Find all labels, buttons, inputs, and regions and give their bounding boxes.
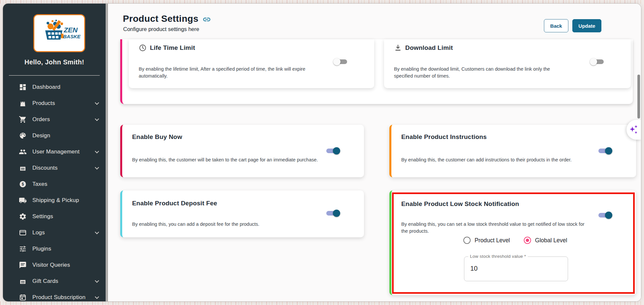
sidebar-item-user-management[interactable]: User Management xyxy=(3,144,106,160)
chevron-down-icon xyxy=(95,294,99,299)
discounts-icon xyxy=(19,164,27,172)
taxes-icon: $ xyxy=(19,180,27,188)
chevron-down-icon xyxy=(95,278,99,283)
low-stock-toggle[interactable] xyxy=(597,211,612,220)
queries-icon xyxy=(19,261,27,269)
chevron-down-icon xyxy=(95,230,99,234)
sidebar-item-taxes[interactable]: $Taxes xyxy=(3,176,106,192)
buy-now-card: Enable Buy Now By enabling this, the cus… xyxy=(120,125,364,177)
radio-global-level[interactable]: Global Level xyxy=(524,237,567,244)
downloadable-settings-panel: Life Time Limit By enabling the lifetime… xyxy=(120,39,633,104)
download-limit-toggle[interactable] xyxy=(590,57,605,66)
settings-icon xyxy=(19,213,27,220)
threshold-input-label: Low stock threshold value * xyxy=(468,254,528,259)
threshold-input-value: 10 xyxy=(470,265,478,272)
card-description: By enabling the lifetime limit, After a … xyxy=(139,66,334,80)
product-instructions-toggle[interactable] xyxy=(597,147,612,155)
logo-text-basket: BASKET xyxy=(63,34,81,39)
card-title: Download Limit xyxy=(405,44,453,51)
sidebar-item-label: Shipping & Pickup xyxy=(32,197,79,203)
sidebar-item-shipping-pickup[interactable]: Shipping & Pickup xyxy=(3,192,106,208)
sidebar-item-label: Settings xyxy=(32,213,53,220)
sidebar-item-discounts[interactable]: Discounts xyxy=(3,160,106,176)
buy-now-toggle[interactable] xyxy=(325,147,340,155)
sidebar-item-label: Plugins xyxy=(32,246,51,252)
sidebar-item-label: Orders xyxy=(32,116,50,122)
radio-circle-icon xyxy=(524,237,531,244)
sidebar-item-products[interactable]: Products xyxy=(3,95,106,111)
card-title: Enable Product Instructions xyxy=(401,133,487,141)
back-button[interactable]: Back xyxy=(544,19,568,32)
chevron-down-icon xyxy=(95,100,99,105)
product-instructions-card: Enable Product Instructions By enabling … xyxy=(389,125,636,177)
low-stock-card: Enable Product Low Stock Notification By… xyxy=(389,190,636,295)
chevron-down-icon xyxy=(95,117,99,121)
user-greeting: Hello, John Smith! xyxy=(3,58,106,66)
copy-link-icon[interactable] xyxy=(202,15,211,24)
orders-icon xyxy=(19,116,27,123)
card-description: By enabling this, the customer can add i… xyxy=(401,156,586,163)
card-title: Enable Product Deposit Fee xyxy=(132,200,217,207)
svg-text:$: $ xyxy=(22,182,24,186)
card-description: By enabling the download limit, Customer… xyxy=(394,66,566,80)
download-limit-card: Download Limit By enabling the download … xyxy=(384,39,631,88)
sidebar-item-orders[interactable]: Orders xyxy=(3,111,106,127)
logo-text-zen: ZEN xyxy=(63,26,78,34)
zenbasket-logo-image: ZEN BASKET xyxy=(38,19,81,48)
sidebar-item-dashboard[interactable]: Dashboard xyxy=(3,79,106,95)
radio-product-level[interactable]: Product Level xyxy=(463,237,510,244)
toggle-knob xyxy=(605,147,612,154)
users-icon xyxy=(19,148,27,156)
sidebar-item-label: Taxes xyxy=(32,181,47,187)
sidebar-item-gift-cards[interactable]: Gift Cards xyxy=(3,273,106,289)
sidebar-divider xyxy=(9,75,100,76)
deposit-fee-card: Enable Product Deposit Fee By enabling t… xyxy=(120,190,364,237)
sidebar-menu: DashboardProductsOrdersDesignUser Manage… xyxy=(3,79,106,302)
sidebar-item-plugins[interactable]: Plugins xyxy=(3,241,106,257)
life-time-limit-card: Life Time Limit By enabling the lifetime… xyxy=(129,39,374,88)
sidebar-item-label: Design xyxy=(32,132,50,139)
sidebar-item-label: Discounts xyxy=(32,165,57,171)
card-description: By enabling this, the customer will be t… xyxy=(132,156,324,163)
life-time-limit-toggle[interactable] xyxy=(333,57,348,66)
threshold-input-field[interactable]: Low stock threshold value * 10 xyxy=(464,256,568,281)
vertical-scrollbar-thumb[interactable] xyxy=(637,75,640,119)
radio-label: Global Level xyxy=(535,237,567,244)
sidebar-scrollbar[interactable] xyxy=(106,4,108,301)
card-description: By enabling this, you can add a deposit … xyxy=(132,221,330,228)
sidebar-item-label: Visitor Queries xyxy=(32,262,70,268)
clock-icon xyxy=(139,44,147,52)
card-description: By enabling this, you can set a low stoc… xyxy=(401,221,590,235)
radio-label: Product Level xyxy=(475,237,510,244)
page-subtitle: Configure product settings here xyxy=(123,26,199,32)
download-icon xyxy=(394,44,402,52)
chevron-down-icon xyxy=(95,149,99,153)
subscription-icon xyxy=(19,293,27,301)
toggle-knob xyxy=(333,210,340,217)
sidebar-item-product-subscription[interactable]: Product Subscription xyxy=(3,289,106,302)
sidebar-item-label: Dashboard xyxy=(32,84,60,90)
sidebar-item-label: Gift Cards xyxy=(32,278,58,284)
deposit-fee-toggle[interactable] xyxy=(325,209,340,218)
sidebar-item-design[interactable]: Design xyxy=(3,127,106,144)
sparkles-icon xyxy=(629,124,639,135)
card-title: Life Time Limit xyxy=(150,44,195,51)
card-title: Enable Product Low Stock Notification xyxy=(401,200,519,208)
design-icon xyxy=(19,132,27,140)
update-button[interactable]: Update xyxy=(572,19,601,32)
products-icon xyxy=(19,99,27,107)
toggle-knob xyxy=(333,147,340,154)
toggle-knob xyxy=(590,58,597,65)
shipping-icon xyxy=(19,196,27,204)
sidebar-item-visitor-queries[interactable]: Visitor Queries xyxy=(3,257,106,273)
toggle-knob xyxy=(333,58,340,65)
sidebar-item-label: Product Subscription xyxy=(32,294,86,300)
logs-icon xyxy=(19,229,27,237)
page-title: Product Settings xyxy=(123,14,198,24)
toggle-knob xyxy=(605,212,612,219)
card-title: Enable Buy Now xyxy=(132,133,182,141)
sidebar-item-logs[interactable]: Logs xyxy=(3,224,106,241)
zenbasket-logo[interactable]: ZEN BASKET xyxy=(33,14,85,52)
sidebar-item-settings[interactable]: Settings xyxy=(3,208,106,224)
app-window: ZEN BASKET Hello, John Smith! DashboardP… xyxy=(3,3,641,302)
